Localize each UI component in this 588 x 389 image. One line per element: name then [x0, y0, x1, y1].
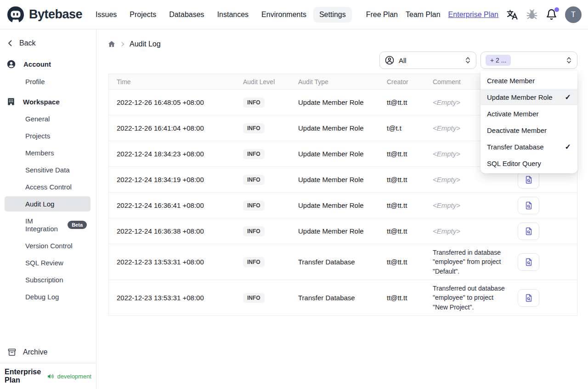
sidebar-item-label: Access Control [25, 183, 72, 191]
user-avatar[interactable]: T [565, 6, 582, 23]
row-time: 2022-12-24 16:36:41 +08:00 [117, 201, 243, 209]
home-icon[interactable] [107, 40, 116, 48]
sidebar-item-label: Profile [25, 78, 45, 86]
row-creator: tt@tt.tt [387, 227, 433, 235]
filter-controls: All + 2 ... [96, 51, 577, 69]
view-detail-button[interactable] [518, 289, 539, 307]
view-detail-button[interactable] [518, 197, 539, 214]
sidebar-item-access-control[interactable]: Access Control [5, 179, 90, 194]
view-detail-button[interactable] [518, 171, 539, 189]
sidebar-item-audit-log[interactable]: Audit Log [5, 196, 90, 212]
row-time: 2022-12-24 16:36:38 +08:00 [117, 227, 243, 235]
row-time: 2022-12-24 18:34:23 +08:00 [117, 150, 243, 158]
row-time: 2022-12-24 18:34:19 +08:00 [117, 176, 243, 183]
nav-issues[interactable]: Issues [90, 7, 123, 23]
nav-projects[interactable]: Projects [124, 7, 162, 23]
plan-status-bar: Enterprise Plan development [0, 363, 96, 389]
archive-label: Archive [23, 348, 47, 356]
sidebar-item-sql-review[interactable]: SQL Review [5, 255, 90, 270]
audit-level-badge: INFO [243, 175, 265, 185]
current-plan-label: Enterprise Plan [5, 368, 44, 384]
table-row: 2022-12-23 13:53:31 +08:00 INFO Transfer… [109, 280, 577, 316]
menu-item-deactivate-member[interactable]: Deactivate Member [481, 122, 577, 138]
sidebar-item-general[interactable]: General [5, 111, 90, 126]
back-label: Back [19, 39, 36, 47]
menu-item-label: Create Member [487, 77, 535, 85]
sidebar-item-label: Subscription [25, 276, 63, 284]
menu-item-sql-editor-query[interactable]: SQL Editor Query [481, 155, 577, 172]
sidebar-item-members[interactable]: Members [5, 145, 90, 160]
nav-instances[interactable]: Instances [211, 7, 254, 23]
row-audit-type: Update Member Role [298, 124, 387, 132]
audit-type-dropdown-menu: Create Member Update Member Role ✓ Activ… [481, 71, 577, 173]
section-label: Workspace [23, 98, 60, 106]
sidebar-item-projects[interactable]: Projects [5, 128, 90, 143]
menu-item-update-member-role[interactable]: Update Member Role ✓ [481, 89, 577, 105]
creator-filter-select[interactable]: All [379, 51, 476, 69]
nav-databases[interactable]: Databases [163, 7, 210, 23]
enterprise-plan-link[interactable]: Enterprise Plan [448, 11, 498, 19]
column-header-creator: Creator [387, 78, 433, 86]
view-detail-button[interactable] [518, 253, 539, 271]
page-title: Audit Log [130, 40, 161, 48]
row-audit-type: Update Member Role [298, 98, 387, 106]
section-label: Account [23, 60, 51, 68]
sidebar-item-version-control[interactable]: Version Control [5, 238, 90, 253]
sidebar-section-account[interactable]: Account [0, 55, 96, 73]
row-comment: <Empty> [433, 227, 514, 235]
sidebar-item-profile[interactable]: Profile [5, 74, 90, 89]
check-icon: ✓ [565, 143, 571, 151]
sidebar-item-im-integration[interactable]: IM Integration Beta [5, 213, 90, 236]
sidebar-item-label: Members [25, 149, 54, 157]
free-plan-link[interactable]: Free Plan [366, 11, 398, 19]
main-nav: Issues Projects Databases Instances Envi… [90, 7, 352, 23]
row-creator: t@t.t [387, 124, 433, 132]
row-creator: tt@tt.tt [387, 150, 433, 158]
nav-settings[interactable]: Settings [313, 7, 352, 23]
view-detail-button[interactable] [518, 223, 539, 240]
translate-icon[interactable] [506, 9, 518, 21]
notification-dot [554, 7, 559, 12]
nav-environments[interactable]: Environments [255, 7, 312, 23]
building-icon [6, 97, 16, 106]
top-navbar: Bytebase Issues Projects Databases Insta… [0, 0, 588, 29]
row-creator: tt@tt.tt [387, 201, 433, 209]
menu-item-activate-member[interactable]: Activate Member [481, 105, 577, 122]
row-time: 2022-12-23 13:53:31 +08:00 [117, 294, 243, 302]
environment-label: development [57, 373, 91, 380]
creator-filter-value: All [399, 57, 407, 64]
sidebar-item-label: Audit Log [25, 200, 54, 208]
sidebar-item-label: General [25, 115, 50, 123]
audit-type-filter-select[interactable]: + 2 ... [481, 51, 577, 69]
bytebase-logo-icon [6, 6, 25, 24]
row-audit-type: Transfer Database [298, 258, 387, 266]
sidebar-item-debug-log[interactable]: Debug Log [5, 289, 90, 304]
row-audit-type: Update Member Role [298, 176, 387, 183]
row-time: 2022-12-26 16:41:04 +08:00 [117, 124, 243, 132]
bytebase-logo[interactable]: Bytebase [6, 6, 82, 24]
table-row: 2022-12-23 13:53:31 +08:00 INFO Transfer… [109, 244, 577, 280]
archive-button[interactable]: Archive [0, 342, 96, 363]
bug-report-icon[interactable] [526, 9, 538, 21]
audit-level-badge: INFO [243, 123, 265, 133]
audit-level-badge: INFO [243, 97, 265, 108]
chevron-up-down-icon [464, 56, 471, 64]
audit-type-filter-value: + 2 ... [486, 55, 511, 66]
back-button[interactable]: Back [0, 34, 96, 52]
menu-item-label: Transfer Database [487, 143, 544, 151]
sidebar-item-subscription[interactable]: Subscription [5, 272, 90, 287]
menu-item-create-member[interactable]: Create Member [481, 72, 577, 89]
row-audit-type: Transfer Database [298, 294, 387, 302]
sidebar-item-sensitive-data[interactable]: Sensitive Data [5, 162, 90, 177]
column-header-audit-level: Audit Level [243, 78, 298, 86]
sidebar-section-workspace[interactable]: Workspace [0, 93, 96, 110]
sidebar-item-label: Version Control [25, 242, 73, 250]
row-creator: tt@tt.tt [387, 258, 433, 266]
row-comment: Transferred in database "employee" from … [433, 248, 507, 276]
notifications-bell-icon[interactable] [546, 9, 557, 20]
user-circle-icon [384, 55, 395, 65]
team-plan-link[interactable]: Team Plan [406, 11, 441, 19]
menu-item-transfer-database[interactable]: Transfer Database ✓ [481, 138, 577, 155]
archive-box-icon [7, 348, 17, 357]
row-comment: <Empty> [433, 201, 514, 209]
